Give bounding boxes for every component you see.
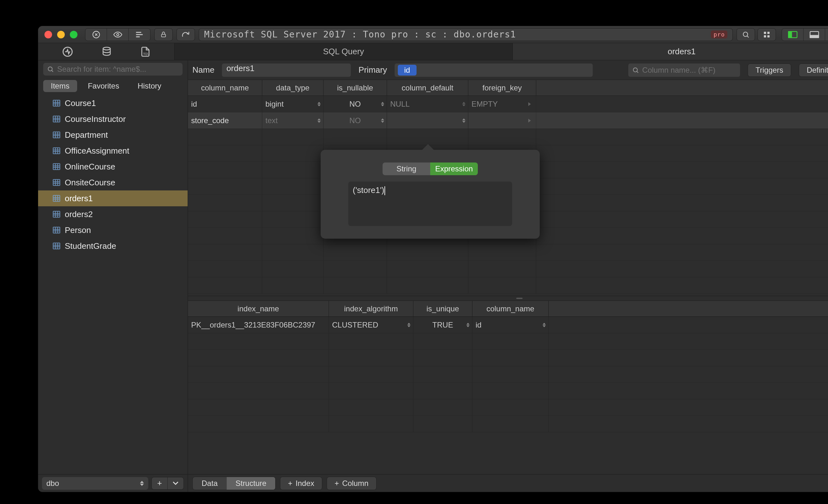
definition-button[interactable]: Definition bbox=[799, 64, 828, 77]
plus-icon: + bbox=[335, 479, 339, 488]
empty-row bbox=[188, 416, 828, 432]
primary-field[interactable]: id bbox=[395, 64, 593, 77]
panel-right-icon[interactable] bbox=[825, 29, 828, 41]
grid-icon[interactable] bbox=[757, 28, 776, 41]
svg-point-15 bbox=[103, 47, 111, 50]
schema-select[interactable]: dbo bbox=[42, 477, 148, 490]
sidebar-tree: Course1CourseInstructorDepartmentOfficeA… bbox=[38, 95, 188, 474]
lines-icon[interactable] bbox=[129, 29, 150, 41]
name-row: Name orders1 Primary id Column name... (… bbox=[188, 60, 828, 80]
sidebar-item-orders2[interactable]: orders2 bbox=[38, 206, 188, 222]
index-header: index_name index_algorithm is_unique col… bbox=[188, 301, 828, 317]
empty-row bbox=[188, 333, 828, 350]
breadcrumb[interactable]: Microsoft SQL Server 2017 : Tono pro : s… bbox=[199, 28, 733, 41]
svg-rect-19 bbox=[53, 116, 60, 122]
popup-tab-expression[interactable]: Expression bbox=[430, 163, 478, 175]
header-index-algo[interactable]: index_algorithm bbox=[329, 301, 413, 317]
svg-rect-20 bbox=[53, 132, 60, 138]
sidebar-item-person[interactable]: Person bbox=[38, 222, 188, 238]
lock-icon[interactable] bbox=[154, 28, 173, 41]
svg-rect-6 bbox=[764, 35, 766, 37]
window-controls bbox=[42, 31, 78, 38]
activity-icon[interactable] bbox=[61, 46, 74, 58]
pro-badge: pro bbox=[711, 31, 728, 38]
sidebar-item-orders1[interactable]: orders1 bbox=[38, 191, 188, 206]
sidebar-search[interactable]: Search for item: ^name$... bbox=[43, 63, 182, 76]
sidebar-tab-favorites[interactable]: Favorites bbox=[80, 80, 127, 92]
empty-row bbox=[188, 399, 828, 416]
header-is-nullable[interactable]: is_nullable bbox=[324, 80, 387, 95]
plus-icon[interactable]: + bbox=[152, 477, 168, 490]
header-column-name[interactable]: column_name bbox=[188, 80, 262, 95]
sql-file-icon[interactable]: SQL bbox=[140, 46, 151, 58]
empty-row bbox=[188, 383, 828, 399]
sidebar-item-studentgrade[interactable]: StudentGrade bbox=[38, 238, 188, 254]
sidebar-footer: dbo + bbox=[38, 474, 188, 492]
sidebar-tab-history[interactable]: History bbox=[130, 80, 169, 92]
add-menu[interactable]: + bbox=[152, 477, 184, 490]
sidebar-item-course1[interactable]: Course1 bbox=[38, 95, 188, 111]
splitter-handle[interactable] bbox=[188, 296, 828, 301]
chevron-down-icon[interactable] bbox=[168, 477, 183, 490]
empty-row bbox=[188, 366, 828, 383]
close-circle-icon[interactable] bbox=[85, 29, 107, 41]
columns-header: column_name data_type is_nullable column… bbox=[188, 80, 828, 96]
svg-rect-23 bbox=[53, 180, 60, 186]
column-row[interactable]: store_codetextNO bbox=[188, 112, 828, 129]
sidebar-item-officeassignment[interactable]: OfficeAssignment bbox=[38, 143, 188, 159]
index-body: PK__orders1__3213E83F06BC2397CLUSTEREDTR… bbox=[188, 317, 828, 474]
svg-point-17 bbox=[48, 67, 52, 71]
tab-orders1[interactable]: orders1 bbox=[513, 43, 828, 60]
triggers-button[interactable]: Triggers bbox=[748, 64, 791, 77]
tab-sql-query[interactable]: SQL Query bbox=[175, 43, 513, 60]
index-row[interactable]: PK__orders1__3213E83F06BC2397CLUSTEREDTR… bbox=[188, 317, 828, 333]
search-icon-button[interactable] bbox=[737, 28, 755, 41]
svg-point-3 bbox=[743, 32, 748, 37]
refresh-icon[interactable] bbox=[176, 28, 195, 41]
svg-rect-22 bbox=[53, 164, 60, 170]
eye-icon[interactable] bbox=[107, 29, 129, 41]
fullscreen-window-button[interactable] bbox=[70, 31, 78, 38]
popup-tabs: String Expression bbox=[382, 163, 478, 175]
close-window-button[interactable] bbox=[44, 31, 52, 38]
svg-rect-25 bbox=[53, 211, 60, 217]
empty-row bbox=[188, 278, 828, 294]
database-icon[interactable] bbox=[101, 46, 112, 58]
footer-data[interactable]: Data bbox=[193, 477, 227, 490]
name-input[interactable]: orders1 bbox=[222, 64, 351, 77]
add-column-button[interactable]: + Column bbox=[327, 477, 377, 490]
popup-tab-string[interactable]: String bbox=[382, 163, 430, 175]
header-is-unique[interactable]: is_unique bbox=[413, 301, 472, 317]
primary-label: Primary bbox=[359, 65, 387, 75]
minimize-window-button[interactable] bbox=[57, 31, 65, 38]
popup-textarea[interactable]: ('store1') bbox=[348, 181, 512, 226]
sidebar-item-onlinecourse[interactable]: OnlineCourse bbox=[38, 159, 188, 175]
sidebar-item-courseinstructor[interactable]: CourseInstructor bbox=[38, 111, 188, 127]
add-index-button[interactable]: + Index bbox=[280, 477, 322, 490]
breadcrumb-text: Microsoft SQL Server 2017 : Tono pro : s… bbox=[204, 29, 516, 40]
tab-row: SQL SQL Query orders1 bbox=[38, 43, 828, 60]
search-placeholder: Search for item: ^name$... bbox=[57, 65, 147, 74]
header-idx-column[interactable]: column_name bbox=[472, 301, 549, 317]
layout-buttons bbox=[782, 28, 828, 41]
sidebar-item-department[interactable]: Department bbox=[38, 127, 188, 143]
panel-left-icon[interactable] bbox=[782, 29, 803, 41]
footer-mode-seg: Data Structure bbox=[193, 477, 276, 490]
header-foreign-key[interactable]: foreign_key bbox=[468, 80, 536, 95]
column-search[interactable]: Column name... (⌘F) bbox=[628, 64, 740, 77]
panel-bottom-icon[interactable] bbox=[803, 29, 825, 41]
sidebar-tab-items[interactable]: Items bbox=[43, 80, 77, 92]
sidebar-item-onsitecourse[interactable]: OnsiteCourse bbox=[38, 175, 188, 191]
svg-point-28 bbox=[633, 68, 637, 72]
svg-rect-21 bbox=[53, 148, 60, 154]
stepper-icon bbox=[140, 481, 144, 486]
search-icon bbox=[47, 66, 54, 73]
column-search-placeholder: Column name... (⌘F) bbox=[642, 66, 716, 75]
header-index-name[interactable]: index_name bbox=[188, 301, 329, 317]
svg-rect-4 bbox=[764, 32, 766, 34]
header-column-default[interactable]: column_default bbox=[387, 80, 468, 95]
footer-structure[interactable]: Structure bbox=[227, 477, 275, 490]
primary-tag: id bbox=[398, 65, 417, 76]
column-row[interactable]: idbigintNONULLEMPTY bbox=[188, 96, 828, 112]
header-data-type[interactable]: data_type bbox=[262, 80, 324, 95]
